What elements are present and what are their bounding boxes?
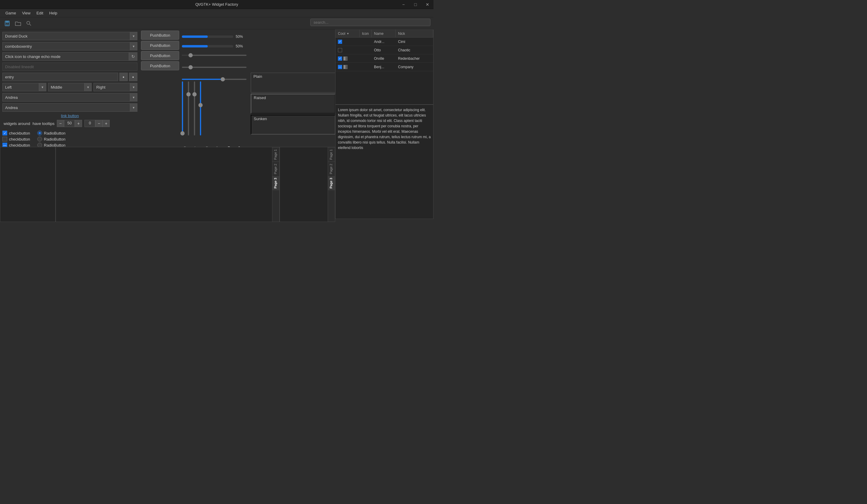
bottom-notebooks-row: Page 1 Page 2 Page 3 Page 1 Page 2 Page …	[0, 147, 335, 222]
nb-right-tab-2[interactable]: Page 2	[328, 162, 335, 176]
nb-middle-tab-2[interactable]: Page 2	[272, 162, 279, 176]
tree-cell-cool-1	[335, 47, 360, 53]
text-area[interactable]: Lorem ipsum dolor sit amet, consectetur …	[335, 105, 434, 219]
vslider-track-4	[200, 81, 201, 135]
window-controls: − □ ✕	[397, 0, 434, 9]
menubar: Game View Edit Help	[0, 9, 434, 18]
dropdown-left-arrow[interactable]: ▼	[39, 83, 46, 91]
vslider-thumb-2[interactable]	[186, 92, 191, 96]
tree-col-icon[interactable]: Icon	[360, 30, 372, 37]
spin-decrement-2[interactable]: −	[95, 120, 103, 127]
menu-view[interactable]: View	[19, 10, 33, 17]
radio-0[interactable]: RadioButton	[37, 131, 65, 135]
tree-checkbox-3[interactable]: —	[338, 65, 342, 69]
combo-comboboxentry-arrow[interactable]: ▼	[130, 42, 137, 51]
dropdown-right: Right ▼	[94, 83, 137, 91]
push-button-2[interactable]: PushButton	[141, 51, 179, 60]
search-icon[interactable]	[24, 19, 34, 28]
dropdown-left: Left ▼	[2, 83, 46, 91]
minimize-button[interactable]: −	[397, 0, 409, 9]
echo-mode-input[interactable]: Click icon to change echo mode	[2, 52, 129, 61]
menu-game[interactable]: Game	[2, 10, 19, 17]
entry-btn-1[interactable]: ■	[119, 73, 128, 81]
combo-comboboxentry: comboboxentry ▼	[2, 42, 137, 51]
tree-icon-2	[343, 56, 347, 61]
andrea-row: Andrea ▼	[2, 93, 137, 101]
nb-middle-tab-3[interactable]: Page 3	[272, 176, 279, 190]
echo-refresh-button[interactable]: ↻	[129, 52, 137, 61]
tree-col-name[interactable]: Name	[372, 30, 396, 37]
progress-fill-0	[182, 35, 208, 38]
search-input[interactable]	[310, 19, 430, 26]
push-button-0[interactable]: PushButton	[141, 31, 179, 40]
radio-label-0: RadioButton	[44, 131, 65, 135]
dropdown-right-value[interactable]: Right	[94, 83, 130, 91]
maximize-button[interactable]: □	[409, 0, 421, 9]
tree-row-0[interactable]: ✓ Andr... Cimi	[335, 37, 433, 46]
radio-circle-0	[37, 131, 42, 135]
nb-middle-tabs: Page 1 Page 2 Page 3	[272, 147, 279, 222]
progress-bar-0	[182, 35, 233, 38]
tree-checkbox-0[interactable]: ✓	[338, 40, 342, 44]
combo-donald-duck: Donald Duck ▼	[2, 32, 137, 40]
slider-thumb-2[interactable]	[189, 65, 193, 69]
tree-checkbox-1[interactable]	[338, 48, 342, 52]
nb-right-tab-3[interactable]: Page 3	[328, 176, 335, 190]
checkbox-0[interactable]: ✓ checkbutton	[2, 131, 30, 135]
close-button[interactable]: ✕	[421, 0, 434, 9]
dropdown-right-arrow[interactable]: ▼	[130, 83, 137, 91]
vslider-thumb-4[interactable]	[199, 103, 203, 107]
nb-right-tab-1[interactable]: Page 1	[328, 147, 335, 162]
spin-increment-1[interactable]: +	[75, 120, 82, 127]
form-section: Donald Duck ▼ comboboxentry ▼ Click icon…	[0, 30, 140, 130]
tree-checkbox-2[interactable]: ✓	[338, 56, 342, 61]
nb-right-h-bar	[0, 222, 56, 222]
tree-row-1[interactable]: Otto Chaotic	[335, 46, 433, 54]
radio-1[interactable]: RadioButton	[37, 137, 65, 141]
cb-box-0: ✓	[2, 131, 7, 135]
tree-row-2[interactable]: ✓ Orville Redenbacher	[335, 54, 433, 63]
spin-value-1[interactable]: 50	[64, 120, 75, 127]
frame-sunken: Sunken	[251, 115, 335, 134]
vslider-thumb-3[interactable]	[192, 92, 196, 96]
dropdown-middle-arrow[interactable]: ▼	[85, 83, 92, 91]
push-buttons-col: PushButton PushButton PushButton PushBut…	[140, 30, 180, 72]
push-button-1[interactable]: PushButton	[141, 41, 179, 50]
andrea-combo-2-arrow[interactable]: ▼	[130, 103, 137, 112]
progress-row-1: 50%	[182, 42, 247, 51]
slider-thumb-1[interactable]	[189, 53, 193, 57]
spin-decrement-1[interactable]: −	[57, 120, 64, 127]
push-button-3[interactable]: PushButton	[141, 61, 179, 70]
entry-btn-2[interactable]: ■	[129, 73, 137, 81]
nb-middle-tab-1[interactable]: Page 1	[272, 147, 279, 162]
tree-col-cool[interactable]: Cool ▼	[335, 30, 360, 37]
tree-col-cool-label: Cool	[338, 32, 345, 36]
window-title: Qt/GTK+ Widget Factory	[195, 2, 238, 7]
andrea-combo-1-value[interactable]: Andrea	[2, 93, 130, 101]
combo-donald-duck-value[interactable]: Donald Duck	[2, 32, 130, 40]
spin-increment-2[interactable]: +	[103, 120, 110, 127]
vslider-track-3	[194, 81, 195, 135]
andrea-combo-2-value[interactable]: Andrea	[2, 103, 130, 112]
dropdown-middle-value[interactable]: Middle	[48, 83, 85, 91]
vslider-2	[188, 81, 189, 135]
save-icon[interactable]	[2, 19, 12, 28]
folder-icon[interactable]	[13, 19, 23, 28]
entry-input[interactable]	[2, 73, 118, 81]
andrea-combo-1-arrow[interactable]: ▼	[130, 93, 137, 101]
menu-help[interactable]: Help	[46, 10, 61, 17]
svg-rect-2	[6, 24, 8, 25]
dropdown-left-value[interactable]: Left	[2, 83, 39, 91]
combo-donald-duck-arrow[interactable]: ▼	[130, 32, 137, 40]
tree-col-nick[interactable]: Nick	[396, 30, 433, 37]
frame-plain: Plain	[251, 73, 335, 92]
vslider-thumb-1[interactable]	[180, 131, 185, 135]
vsliders-area	[182, 79, 251, 144]
tree-cell-cool-0: ✓	[335, 39, 360, 44]
link-button[interactable]: link button	[58, 113, 81, 119]
checkbox-1[interactable]: checkbutton	[2, 137, 30, 141]
tree-row-3[interactable]: — Benj... Company	[335, 63, 433, 71]
menu-edit[interactable]: Edit	[33, 10, 46, 17]
tree-cell-nick-1: Chaotic	[396, 47, 433, 53]
combo-comboboxentry-value[interactable]: comboboxentry	[2, 42, 130, 51]
